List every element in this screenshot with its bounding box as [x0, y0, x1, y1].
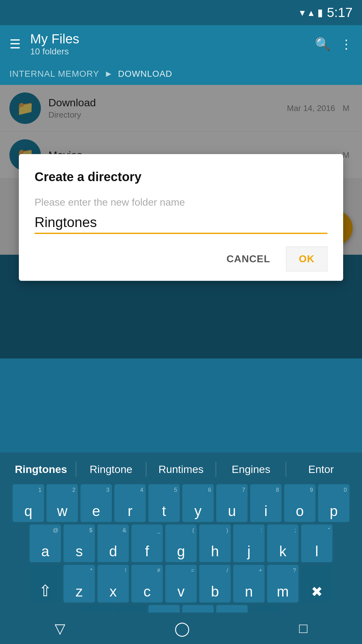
ok-button[interactable]: OK	[286, 247, 327, 271]
suggestion-engines[interactable]: Engines	[216, 461, 286, 478]
menu-icon[interactable]: ☰	[9, 37, 21, 51]
key-m[interactable]: ?m	[267, 565, 299, 602]
input-underline	[35, 233, 327, 234]
key-a[interactable]: @a	[30, 525, 61, 562]
key-x[interactable]: !x	[97, 565, 129, 602]
breadcrumb-download[interactable]: DOWNLOAD	[118, 69, 172, 79]
backspace-key[interactable]: ✖	[301, 565, 332, 602]
key-r[interactable]: 4r	[114, 484, 146, 522]
breadcrumb-internal-memory[interactable]: INTERNAL MEMORY	[9, 69, 99, 79]
nav-bar: ▽ ◯ □	[0, 613, 362, 644]
key-d[interactable]: &d	[97, 525, 129, 562]
app-bar-title-area: My Files 10 folders	[30, 31, 305, 57]
key-j[interactable]: :j	[233, 525, 265, 562]
keyboard-row-2: @a $s &d _f (g )h :j ;k "l	[0, 523, 362, 564]
key-q[interactable]: 1q	[13, 484, 44, 522]
key-y[interactable]: 6y	[182, 484, 214, 522]
dialog-buttons: CANCEL OK	[35, 247, 327, 271]
key-l[interactable]: "l	[301, 525, 332, 562]
signal-icon: ▴	[309, 7, 314, 19]
breadcrumb-arrow: ►	[104, 69, 113, 79]
home-button[interactable]: ◯	[174, 620, 190, 636]
keyboard: Ringtones Ringtone Runtimes Engines Ento…	[0, 452, 362, 644]
key-o[interactable]: 9o	[284, 484, 315, 522]
key-e[interactable]: 3e	[80, 484, 112, 522]
search-icon[interactable]: 🔍	[315, 37, 331, 52]
back-button[interactable]: ▽	[55, 620, 65, 636]
suggestion-runtimes[interactable]: Runtimes	[146, 461, 216, 478]
more-icon[interactable]: ⋮	[340, 37, 353, 52]
dialog-title: Create a directory	[35, 170, 327, 184]
app-subtitle: 10 folders	[30, 47, 305, 57]
dialog-label: Please enter the new folder name	[35, 197, 327, 208]
status-time: 5:17	[327, 5, 353, 20]
key-v[interactable]: =v	[165, 565, 197, 602]
key-h[interactable]: )h	[199, 525, 231, 562]
suggestion-ringtones[interactable]: Ringtones	[6, 461, 76, 478]
key-g[interactable]: (g	[165, 525, 197, 562]
file-list: 📁 Download Directory Mar 14, 2016 M 📁 Mo…	[0, 85, 362, 255]
key-s[interactable]: $s	[63, 525, 95, 562]
key-w[interactable]: 2w	[47, 484, 78, 522]
folder-name-input[interactable]: Ringtones	[35, 214, 327, 233]
key-c[interactable]: #c	[131, 565, 163, 602]
key-i[interactable]: 8i	[250, 484, 282, 522]
key-z[interactable]: *z	[63, 565, 95, 602]
key-n[interactable]: +n	[233, 565, 265, 602]
suggestions-bar: Ringtones Ringtone Runtimes Engines Ento…	[0, 456, 362, 483]
breadcrumb: INTERNAL MEMORY ► DOWNLOAD	[0, 63, 362, 85]
shift-key[interactable]: ⇧	[30, 565, 61, 602]
key-k[interactable]: ;k	[267, 525, 299, 562]
wifi-icon: ▾	[300, 7, 305, 19]
cancel-button[interactable]: CANCEL	[214, 247, 283, 271]
key-f[interactable]: _f	[131, 525, 163, 562]
status-bar: ▾ ▴ ▮ 5:17	[0, 0, 362, 25]
recents-button[interactable]: □	[299, 620, 308, 636]
key-u[interactable]: 7u	[216, 484, 248, 522]
create-directory-dialog: Create a directory Please enter the new …	[19, 154, 343, 281]
key-t[interactable]: 5t	[148, 484, 180, 522]
key-p[interactable]: 0p	[318, 484, 349, 522]
suggestion-ringtone[interactable]: Ringtone	[76, 461, 146, 478]
key-b[interactable]: /b	[199, 565, 231, 602]
dialog-input-area: Ringtones	[35, 214, 327, 234]
app-bar: ☰ My Files 10 folders 🔍 ⋮	[0, 25, 362, 63]
app-title: My Files	[30, 31, 305, 47]
suggestion-entor[interactable]: Entor	[286, 461, 356, 478]
status-icons: ▾ ▴ ▮ 5:17	[300, 5, 353, 20]
battery-icon: ▮	[317, 7, 323, 19]
app-bar-actions: 🔍 ⋮	[315, 37, 353, 52]
keyboard-row-1: 1q 2w 3e 4r 5t 6y 7u 8i 9o 0p	[0, 483, 362, 523]
keyboard-row-3: ⇧ *z !x #c =v /b +n ?m ✖	[0, 564, 362, 604]
